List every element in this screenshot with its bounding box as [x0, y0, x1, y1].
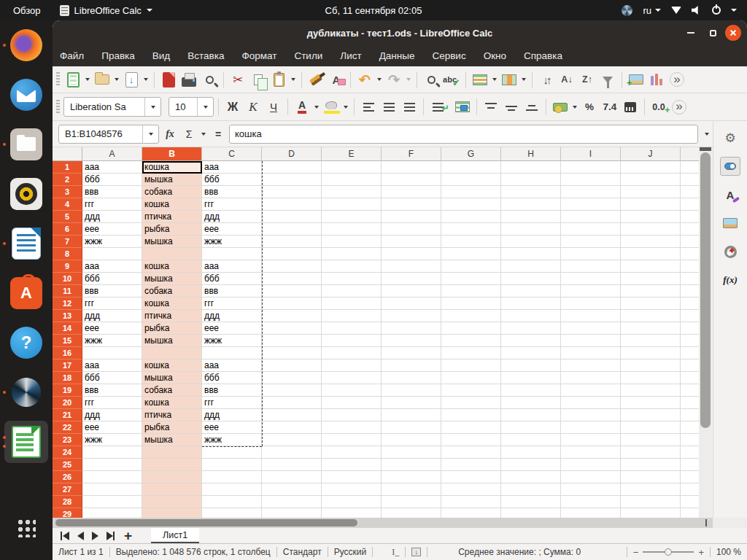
cell-B27[interactable]: [142, 483, 202, 496]
cell-J27[interactable]: [621, 483, 681, 496]
column-header-A[interactable]: A: [82, 147, 142, 161]
cell-H25[interactable]: [501, 459, 561, 471]
cell-C20[interactable]: ггг: [202, 397, 262, 409]
cell-J21[interactable]: [621, 409, 681, 421]
cell-B12[interactable]: кошка: [142, 298, 202, 310]
row-header-14[interactable]: 14: [53, 322, 82, 335]
open-button[interactable]: [93, 69, 112, 90]
menu-view[interactable]: Вид: [152, 50, 170, 61]
cell-D5[interactable]: [262, 211, 322, 223]
cell-H9[interactable]: [501, 260, 561, 273]
row-header-6[interactable]: 6: [53, 223, 82, 236]
cell-A11[interactable]: ввв: [82, 285, 142, 298]
cell-C21[interactable]: ддд: [202, 409, 262, 421]
cell-F4[interactable]: [382, 198, 441, 211]
print-preview-button[interactable]: [200, 69, 219, 90]
cell-partial-9[interactable]: [681, 260, 699, 273]
vertical-scrollbar[interactable]: [699, 147, 712, 518]
cell-I10[interactable]: [561, 273, 621, 285]
zoom-out-icon[interactable]: −: [633, 547, 639, 558]
cell-G5[interactable]: [441, 211, 501, 223]
name-box-dropdown[interactable]: [142, 125, 158, 143]
cell-D1[interactable]: [262, 161, 322, 174]
cell-E24[interactable]: [322, 446, 382, 459]
cell-C25[interactable]: [202, 459, 262, 471]
cell-B20[interactable]: кошка: [142, 397, 202, 409]
paste-dropdown-arrow[interactable]: [291, 78, 295, 81]
row-header-23[interactable]: 23: [53, 434, 82, 446]
cell-I29[interactable]: [561, 508, 621, 518]
cell-B14[interactable]: рыбка: [142, 322, 202, 335]
row-header-18[interactable]: 18: [53, 372, 82, 384]
dock-rhythmbox[interactable]: [9, 176, 44, 211]
row-header-13[interactable]: 13: [53, 310, 82, 322]
zoom-slider[interactable]: − +: [633, 547, 704, 558]
cell-G16[interactable]: [441, 347, 501, 359]
dock-calc[interactable]: [9, 424, 44, 459]
cell-I23[interactable]: [561, 434, 621, 446]
cell-B25[interactable]: [142, 459, 202, 471]
row-dropdown-arrow[interactable]: [492, 78, 497, 81]
name-box[interactable]: B1:B1048576: [58, 125, 159, 144]
cell-J20[interactable]: [621, 397, 681, 409]
cell-I9[interactable]: [561, 260, 621, 273]
cell-F18[interactable]: [382, 372, 441, 384]
cell-C3[interactable]: ввв: [202, 186, 262, 198]
horizontal-scrollbar-thumb[interactable]: [55, 519, 357, 526]
cell-A14[interactable]: еее: [82, 322, 142, 335]
cell-I1[interactable]: [561, 161, 621, 174]
column-header-I[interactable]: I: [561, 147, 621, 161]
clone-formatting-button[interactable]: [306, 69, 325, 90]
cell-G8[interactable]: [441, 248, 501, 260]
cell-D6[interactable]: [262, 223, 322, 236]
cell-D12[interactable]: [262, 298, 322, 310]
autofilter-button[interactable]: [598, 69, 617, 90]
cell-E27[interactable]: [322, 483, 382, 496]
row-header-19[interactable]: 19: [53, 384, 82, 397]
cell-G15[interactable]: [441, 335, 501, 347]
cell-E1[interactable]: [322, 161, 382, 174]
cell-A22[interactable]: еее: [82, 421, 142, 434]
cell-H7[interactable]: [501, 236, 561, 248]
open-dropdown-arrow[interactable]: [115, 78, 119, 81]
cell-C27[interactable]: [202, 483, 262, 496]
cell-E18[interactable]: [322, 372, 382, 384]
cell-J14[interactable]: [621, 322, 681, 335]
cell-J4[interactable]: [621, 198, 681, 211]
cell-D3[interactable]: [262, 186, 322, 198]
cell-partial-23[interactable]: [681, 434, 699, 446]
font-name-dropdown[interactable]: [144, 98, 160, 116]
number-format-button[interactable]: 7.4: [600, 97, 619, 117]
cell-D27[interactable]: [262, 483, 322, 496]
font-color-button[interactable]: A: [293, 97, 311, 117]
row-header-26[interactable]: 26: [53, 471, 82, 483]
cell-A19[interactable]: ввв: [82, 384, 142, 397]
cell-partial-25[interactable]: [681, 459, 699, 471]
select-all-corner[interactable]: [53, 147, 82, 161]
cell-F29[interactable]: [382, 508, 441, 518]
cell-E4[interactable]: [322, 198, 382, 211]
cell-G2[interactable]: [441, 174, 501, 186]
cell-E23[interactable]: [322, 434, 382, 446]
equals-button[interactable]: =: [210, 128, 226, 140]
insert-image-button[interactable]: [627, 69, 646, 90]
minimize-button[interactable]: [683, 25, 699, 41]
cell-C24[interactable]: [202, 446, 262, 459]
cell-E7[interactable]: [322, 236, 382, 248]
row-header-15[interactable]: 15: [53, 335, 82, 347]
redo-button[interactable]: ↷: [384, 69, 403, 90]
close-button[interactable]: [725, 25, 741, 41]
cell-F24[interactable]: [382, 446, 441, 459]
cell-J26[interactable]: [621, 471, 681, 483]
cell-J18[interactable]: [621, 372, 681, 384]
cell-F15[interactable]: [382, 335, 441, 347]
cell-B4[interactable]: кошка: [142, 198, 202, 211]
cell-B11[interactable]: собака: [142, 285, 202, 298]
add-decimal-button[interactable]: 0.0: [649, 97, 668, 117]
cell-E12[interactable]: [322, 298, 382, 310]
cell-I18[interactable]: [561, 372, 621, 384]
cell-partial-3[interactable]: [681, 186, 699, 198]
dock-firefox[interactable]: [9, 28, 44, 63]
function-wizard-button[interactable]: fx: [162, 128, 178, 140]
row-header-27[interactable]: 27: [53, 483, 82, 496]
